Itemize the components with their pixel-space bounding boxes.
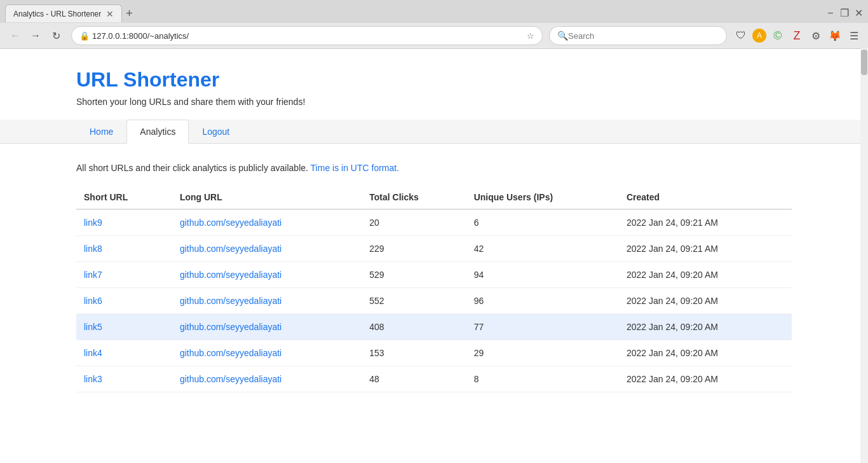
search-bar[interactable]: 🔍 <box>549 26 727 45</box>
cell-unique-users: 42 <box>466 236 619 262</box>
col-created: Created <box>619 186 792 209</box>
cell-short-url[interactable]: link5 <box>76 314 172 340</box>
active-tab[interactable]: Analytics - URL Shortener ✕ <box>5 4 122 22</box>
search-icon: 🔍 <box>557 31 568 41</box>
cell-long-url[interactable]: github.com/seyyedaliayati <box>172 209 362 236</box>
person-icon[interactable]: A <box>752 29 766 43</box>
browser-chrome: Analytics - URL Shortener ✕ + − ❐ ✕ ← → … <box>0 0 868 49</box>
col-unique-users: Unique Users (IPs) <box>466 186 619 209</box>
header-section: URL Shortener Shorten your long URLs and… <box>0 49 868 144</box>
scrollbar-thumb[interactable] <box>861 50 867 75</box>
cell-total-clicks: 408 <box>362 314 466 340</box>
table-header-row: Short URL Long URL Total Clicks Unique U… <box>76 186 792 209</box>
cell-short-url[interactable]: link9 <box>76 209 172 236</box>
cell-total-clicks: 229 <box>362 236 466 262</box>
cell-unique-users: 6 <box>466 209 619 236</box>
cell-unique-users: 29 <box>466 340 619 366</box>
minimize-button[interactable]: − <box>826 9 835 18</box>
cell-created: 2022 Jan 24, 09:20 AM <box>619 314 792 340</box>
cell-created: 2022 Jan 24, 09:20 AM <box>619 340 792 366</box>
cell-created: 2022 Jan 24, 09:20 AM <box>619 262 792 288</box>
tab-home[interactable]: Home <box>76 120 126 143</box>
table-row: link6 github.com/seyyedaliayati 552 96 2… <box>76 288 792 314</box>
cell-unique-users: 8 <box>466 366 619 392</box>
table-row: link3 github.com/seyyedaliayati 48 8 202… <box>76 366 792 392</box>
cell-short-url[interactable]: link6 <box>76 288 172 314</box>
toolbar: ← → ↻ 🔒 ☆ 🔍 🛡 A © Z ⚙ 🦊 ☰ <box>0 23 868 48</box>
tab-close-button[interactable]: ✕ <box>106 9 114 19</box>
table-row: link9 github.com/seyyedaliayati 20 6 202… <box>76 209 792 236</box>
tab-title: Analytics - URL Shortener <box>13 10 101 18</box>
tab-logout[interactable]: Logout <box>189 120 243 143</box>
cell-created: 2022 Jan 24, 09:21 AM <box>619 209 792 236</box>
extension-icon-1[interactable]: © <box>770 28 785 43</box>
tab-analytics[interactable]: Analytics <box>126 120 189 144</box>
toolbar-extensions: 🛡 A © Z ⚙ 🦊 ☰ <box>733 28 862 43</box>
cell-long-url[interactable]: github.com/seyyedaliayati <box>172 314 362 340</box>
forward-button[interactable]: → <box>27 27 44 45</box>
cell-short-url[interactable]: link7 <box>76 262 172 288</box>
security-icon: 🔒 <box>79 31 90 41</box>
back-button[interactable]: ← <box>6 27 24 45</box>
cell-total-clicks: 552 <box>362 288 466 314</box>
cell-unique-users: 94 <box>466 262 619 288</box>
tab-bar: Analytics - URL Shortener ✕ + − ❐ ✕ <box>0 0 868 23</box>
cell-long-url[interactable]: github.com/seyyedaliayati <box>172 288 362 314</box>
cell-total-clicks: 20 <box>362 209 466 236</box>
col-total-clicks: Total Clicks <box>362 186 466 209</box>
new-tab-button[interactable]: + <box>126 8 133 19</box>
col-long-url: Long URL <box>172 186 362 209</box>
cell-unique-users: 77 <box>466 314 619 340</box>
cell-short-url[interactable]: link3 <box>76 366 172 392</box>
cell-long-url[interactable]: github.com/seyyedaliayati <box>172 340 362 366</box>
cell-short-url[interactable]: link4 <box>76 340 172 366</box>
extension-icon-4[interactable]: 🦊 <box>827 28 843 43</box>
cell-unique-users: 96 <box>466 288 619 314</box>
bookmark-icon[interactable]: ☆ <box>527 31 534 41</box>
nav-tabs: Home Analytics Logout <box>0 120 868 144</box>
restore-button[interactable]: ❐ <box>840 9 849 18</box>
site-subtitle: Shorten your long URLs and share them wi… <box>76 97 792 107</box>
window-controls: − ❐ ✕ <box>826 9 863 18</box>
cell-long-url[interactable]: github.com/seyyedaliayati <box>172 236 362 262</box>
cell-created: 2022 Jan 24, 09:20 AM <box>619 366 792 392</box>
cell-total-clicks: 529 <box>362 262 466 288</box>
address-icons: ☆ <box>527 31 534 41</box>
extension-icon-3[interactable]: ⚙ <box>808 28 824 43</box>
site-title: URL Shortener <box>76 68 792 92</box>
cell-total-clicks: 48 <box>362 366 466 392</box>
analytics-info: All short URLs and their click analytics… <box>76 163 792 173</box>
cell-long-url[interactable]: github.com/seyyedaliayati <box>172 366 362 392</box>
analytics-table: Short URL Long URL Total Clicks Unique U… <box>76 186 792 392</box>
cell-long-url[interactable]: github.com/seyyedaliayati <box>172 262 362 288</box>
page-content: URL Shortener Shorten your long URLs and… <box>0 49 868 463</box>
cell-created: 2022 Jan 24, 09:21 AM <box>619 236 792 262</box>
utc-note: Time is in UTC format. <box>311 163 400 173</box>
cell-short-url[interactable]: link8 <box>76 236 172 262</box>
search-input[interactable] <box>568 31 719 41</box>
address-bar[interactable]: 🔒 ☆ <box>71 26 543 45</box>
cell-created: 2022 Jan 24, 09:20 AM <box>619 288 792 314</box>
col-short-url: Short URL <box>76 186 172 209</box>
address-input[interactable] <box>92 31 527 41</box>
cell-total-clicks: 153 <box>362 340 466 366</box>
table-row: link4 github.com/seyyedaliayati 153 29 2… <box>76 340 792 366</box>
menu-button[interactable]: ☰ <box>846 28 862 43</box>
main-content: All short URLs and their click analytics… <box>0 144 868 411</box>
scrollbar[interactable] <box>860 48 868 463</box>
table-row: link8 github.com/seyyedaliayati 229 42 2… <box>76 236 792 262</box>
shield-icon[interactable]: 🛡 <box>733 28 749 43</box>
reload-button[interactable]: ↻ <box>47 27 65 45</box>
table-row: link5 github.com/seyyedaliayati 408 77 2… <box>76 314 792 340</box>
table-row: link7 github.com/seyyedaliayati 529 94 2… <box>76 262 792 288</box>
close-button[interactable]: ✕ <box>854 9 863 18</box>
extension-icon-2[interactable]: Z <box>789 28 804 43</box>
